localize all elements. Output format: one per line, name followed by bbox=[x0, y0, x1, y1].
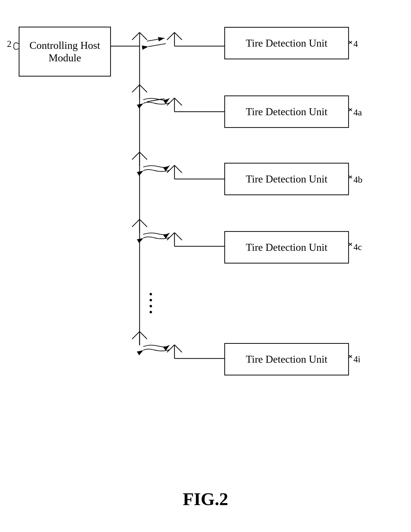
svg-line-11 bbox=[148, 44, 166, 47]
svg-line-31 bbox=[132, 219, 140, 227]
svg-line-27 bbox=[174, 165, 182, 173]
svg-line-54 bbox=[349, 355, 352, 358]
svg-line-4 bbox=[132, 32, 140, 40]
tdu-box-2: Tire Detection Unit bbox=[224, 95, 349, 128]
host-module-label: Controlling HostModule bbox=[29, 39, 100, 64]
ellipsis-dots bbox=[150, 293, 152, 313]
svg-line-24 bbox=[140, 152, 147, 160]
svg-line-18 bbox=[174, 98, 182, 105]
svg-line-15 bbox=[140, 85, 147, 92]
tdu-box-5: Tire Detection Unit bbox=[224, 343, 349, 375]
dot-1 bbox=[150, 293, 152, 295]
dot-3 bbox=[150, 305, 152, 307]
svg-line-43 bbox=[174, 345, 182, 352]
dot-2 bbox=[150, 299, 152, 301]
tdu-4-label: Tire Detection Unit bbox=[246, 241, 327, 253]
svg-line-51 bbox=[349, 243, 352, 246]
diagram: 2 Controlling HostModule Tire Detection … bbox=[0, 0, 411, 532]
svg-line-39 bbox=[132, 332, 140, 339]
svg-line-47 bbox=[349, 108, 352, 111]
svg-line-45 bbox=[349, 41, 352, 44]
tdu-2-label: Tire Detection Unit bbox=[246, 106, 327, 118]
tdu-5-label: Tire Detection Unit bbox=[246, 353, 327, 365]
svg-line-5 bbox=[140, 32, 147, 40]
ref-label-4a: 4a bbox=[353, 107, 362, 118]
tdu-1-label: Tire Detection Unit bbox=[246, 37, 327, 49]
svg-line-10 bbox=[147, 38, 164, 41]
ref-label-4: 4 bbox=[353, 39, 358, 49]
svg-line-14 bbox=[132, 85, 140, 92]
svg-line-35 bbox=[174, 233, 182, 240]
label-2: 2 bbox=[7, 39, 11, 49]
svg-line-40 bbox=[140, 332, 147, 339]
ref-label-4c: 4c bbox=[353, 242, 362, 252]
svg-line-8 bbox=[174, 32, 182, 40]
tdu-box-1: Tire Detection Unit bbox=[224, 27, 349, 59]
svg-line-52 bbox=[349, 243, 352, 246]
host-module-box: Controlling HostModule bbox=[19, 27, 111, 77]
figure-caption: FIG.2 bbox=[183, 489, 228, 510]
connection-lines bbox=[0, 0, 411, 532]
svg-line-42 bbox=[167, 345, 174, 352]
tdu-box-4: Tire Detection Unit bbox=[224, 231, 349, 264]
svg-line-7 bbox=[167, 32, 174, 40]
svg-line-20 bbox=[147, 99, 164, 102]
tdu-3-label: Tire Detection Unit bbox=[246, 173, 327, 185]
svg-line-53 bbox=[349, 355, 352, 358]
tdu-box-3: Tire Detection Unit bbox=[224, 163, 349, 195]
svg-line-48 bbox=[349, 108, 352, 111]
ref-label-4i: 4i bbox=[353, 354, 360, 364]
dot-4 bbox=[150, 311, 152, 313]
svg-line-32 bbox=[140, 219, 147, 227]
svg-line-23 bbox=[132, 152, 140, 160]
ref-label-4b: 4b bbox=[353, 175, 362, 185]
svg-line-50 bbox=[349, 176, 352, 178]
svg-line-17 bbox=[167, 98, 174, 105]
svg-line-46 bbox=[349, 41, 352, 44]
svg-line-49 bbox=[349, 176, 352, 178]
svg-line-26 bbox=[167, 165, 174, 173]
svg-line-34 bbox=[167, 233, 174, 240]
